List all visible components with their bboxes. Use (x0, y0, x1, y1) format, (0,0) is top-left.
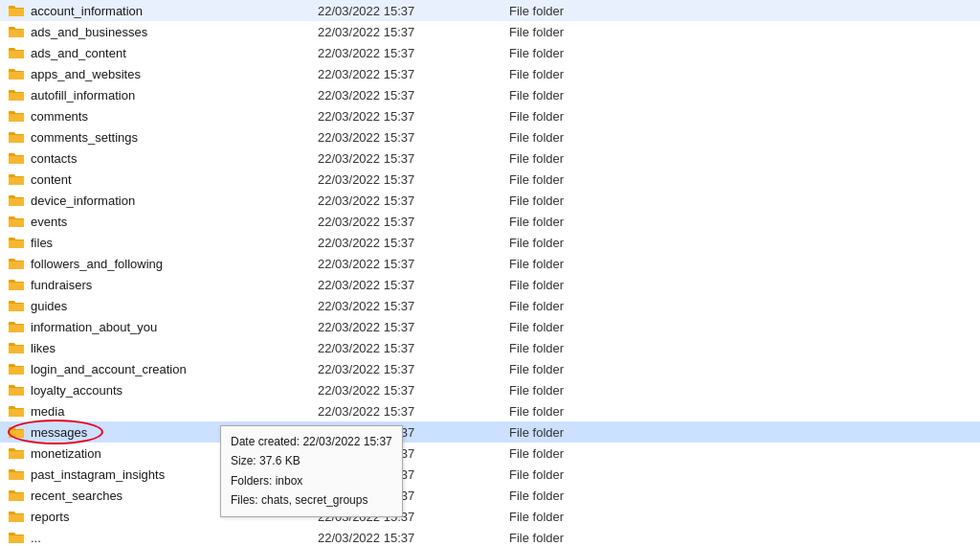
table-row[interactable]: contacts 22/03/2022 15:37 File folder (0, 148, 980, 169)
file-date: 22/03/2022 15:37 (318, 320, 509, 334)
table-row[interactable]: events 22/03/2022 15:37 File folder (0, 211, 980, 232)
file-type: File folder (509, 278, 972, 292)
file-name: login_and_account_creation (31, 362, 318, 376)
file-name: device_information (31, 193, 318, 208)
file-date: 22/03/2022 15:37 (318, 172, 509, 187)
table-row[interactable]: recent_searches 22/03/2022 15:37 File fo… (0, 485, 980, 506)
table-row[interactable]: files 22/03/2022 15:37 File folder (0, 232, 980, 253)
file-date: 22/03/2022 15:37 (318, 341, 509, 355)
file-name: events (31, 215, 318, 229)
file-name: fundraisers (31, 278, 318, 292)
file-name: contacts (31, 151, 318, 166)
file-type: File folder (509, 531, 972, 545)
file-type: File folder (509, 4, 972, 18)
table-row[interactable]: ads_and_content 22/03/2022 15:37 File fo… (0, 42, 980, 63)
file-type: File folder (509, 341, 972, 355)
table-row[interactable]: content 22/03/2022 15:37 File folder (0, 169, 980, 190)
table-row[interactable]: autofill_information 22/03/2022 15:37 Fi… (0, 84, 980, 105)
folder-icon (8, 531, 25, 544)
file-type: File folder (509, 404, 972, 419)
folder-icon (8, 383, 25, 397)
file-type: File folder (509, 257, 972, 271)
file-type: File folder (509, 151, 972, 166)
file-name: likes (31, 341, 318, 355)
file-date: 22/03/2022 15:37 (318, 383, 509, 398)
table-row[interactable]: comments 22/03/2022 15:37 File folder (0, 105, 980, 126)
table-row[interactable]: ads_and_businesses 22/03/2022 15:37 File… (0, 21, 980, 42)
file-name: ads_and_businesses (31, 25, 318, 39)
file-name: files (31, 236, 318, 250)
table-row[interactable]: messages 22/03/2022 15:37 File folder Da… (0, 421, 980, 443)
table-row[interactable]: information_about_you 22/03/2022 15:37 F… (0, 316, 980, 337)
table-row[interactable]: login_and_account_creation 22/03/2022 15… (0, 358, 980, 379)
tooltip-size-label: Size: 37.6 KB (231, 454, 301, 467)
file-type: File folder (509, 130, 972, 145)
file-type: File folder (509, 236, 972, 250)
tooltip-folders-label: Folders: inbox (231, 474, 302, 488)
file-name: information_about_you (31, 320, 318, 334)
table-row[interactable]: account_information 22/03/2022 15:37 Fil… (0, 0, 980, 21)
folder-icon (8, 404, 25, 418)
file-name: comments_settings (31, 130, 318, 145)
file-type: File folder (509, 109, 972, 124)
file-name: content (31, 172, 318, 187)
file-date: 22/03/2022 15:37 (318, 4, 509, 18)
folder-icon (8, 362, 25, 375)
file-type: File folder (509, 383, 972, 398)
folder-icon (8, 236, 25, 249)
file-name: guides (31, 299, 318, 313)
folder-icon (8, 193, 25, 207)
tooltip-files-label: Files: chats, secret_groups (231, 493, 368, 507)
file-type: File folder (509, 362, 972, 376)
file-date: 22/03/2022 15:37 (318, 46, 509, 60)
table-row[interactable]: past_instagram_insights 22/03/2022 15:37… (0, 464, 980, 485)
table-row[interactable]: likes 22/03/2022 15:37 File folder (0, 337, 980, 358)
file-type: File folder (509, 467, 972, 482)
file-date: 22/03/2022 15:37 (318, 299, 509, 313)
file-type: File folder (509, 215, 972, 229)
folder-icon (8, 88, 25, 102)
folder-icon (8, 130, 25, 144)
file-type: File folder (509, 172, 972, 187)
file-type: File folder (509, 510, 972, 524)
table-row[interactable]: guides 22/03/2022 15:37 File folder (0, 295, 980, 316)
table-row[interactable]: media 22/03/2022 15:37 File folder (0, 400, 980, 421)
folder-icon (8, 341, 25, 354)
table-row[interactable]: monetization 22/03/2022 15:37 File folde… (0, 443, 980, 464)
table-row[interactable]: fundraisers 22/03/2022 15:37 File folder (0, 274, 980, 295)
file-name: loyalty_accounts (31, 383, 318, 398)
file-name: ads_and_content (31, 46, 318, 60)
table-row[interactable]: ... 22/03/2022 15:37 File folder (0, 527, 980, 546)
table-row[interactable]: reports 22/03/2022 15:37 File folder (0, 506, 980, 527)
file-name: comments (31, 109, 318, 124)
folder-icon (8, 215, 25, 228)
table-row[interactable]: comments_settings 22/03/2022 15:37 File … (0, 126, 980, 148)
table-row[interactable]: loyalty_accounts 22/03/2022 15:37 File f… (0, 379, 980, 400)
folder-icon (8, 25, 25, 38)
file-type: File folder (509, 67, 972, 81)
file-name: media (31, 404, 318, 419)
folder-icon (8, 467, 25, 481)
file-date: 22/03/2022 15:37 (318, 193, 509, 208)
file-list[interactable]: account_information 22/03/2022 15:37 Fil… (0, 0, 980, 546)
file-date: 22/03/2022 15:37 (318, 278, 509, 292)
file-name: apps_and_websites (31, 67, 318, 81)
file-date: 22/03/2022 15:37 (318, 88, 509, 102)
file-type: File folder (509, 446, 972, 461)
folder-icon (8, 299, 25, 312)
folder-icon (8, 151, 25, 165)
file-name: followers_and_following (31, 257, 318, 271)
table-row[interactable]: apps_and_websites 22/03/2022 15:37 File … (0, 63, 980, 84)
table-row[interactable]: device_information 22/03/2022 15:37 File… (0, 190, 980, 211)
file-type: File folder (509, 299, 972, 313)
file-name: autofill_information (31, 88, 318, 102)
table-row[interactable]: followers_and_following 22/03/2022 15:37… (0, 253, 980, 274)
file-type: File folder (509, 489, 972, 503)
file-type: File folder (509, 46, 972, 60)
file-date: 22/03/2022 15:37 (318, 531, 509, 545)
folder-icon (8, 489, 25, 502)
tooltip-date-created-label: Date created: 22/03/2022 15:37 (231, 435, 392, 448)
file-date: 22/03/2022 15:37 (318, 130, 509, 145)
rows-wrapper: account_information 22/03/2022 15:37 Fil… (0, 0, 980, 546)
file-name: ... (31, 531, 318, 545)
